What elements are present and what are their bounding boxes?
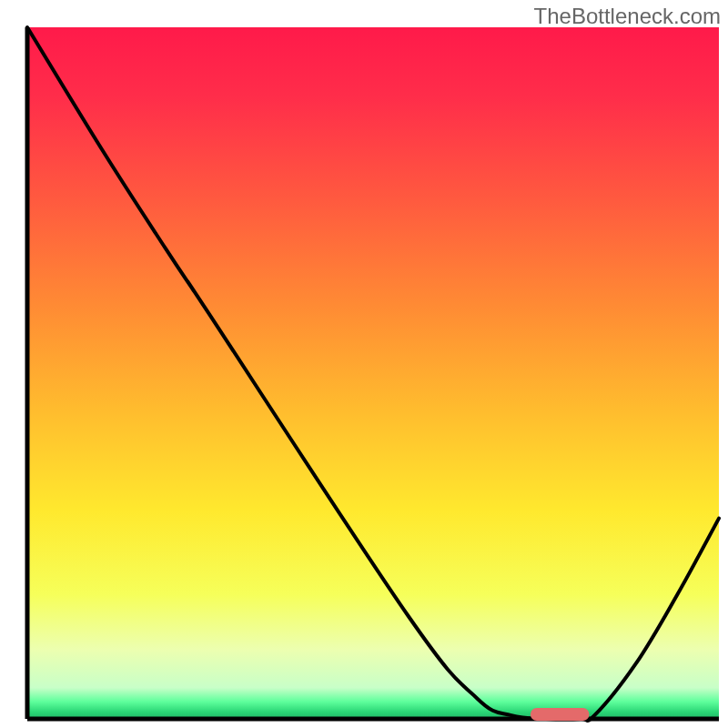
gradient-background xyxy=(27,27,719,719)
bottleneck-chart: TheBottleneck.com xyxy=(0,0,728,728)
chart-svg xyxy=(0,0,728,728)
watermark-label: TheBottleneck.com xyxy=(534,4,721,29)
optimal-marker xyxy=(531,708,590,721)
